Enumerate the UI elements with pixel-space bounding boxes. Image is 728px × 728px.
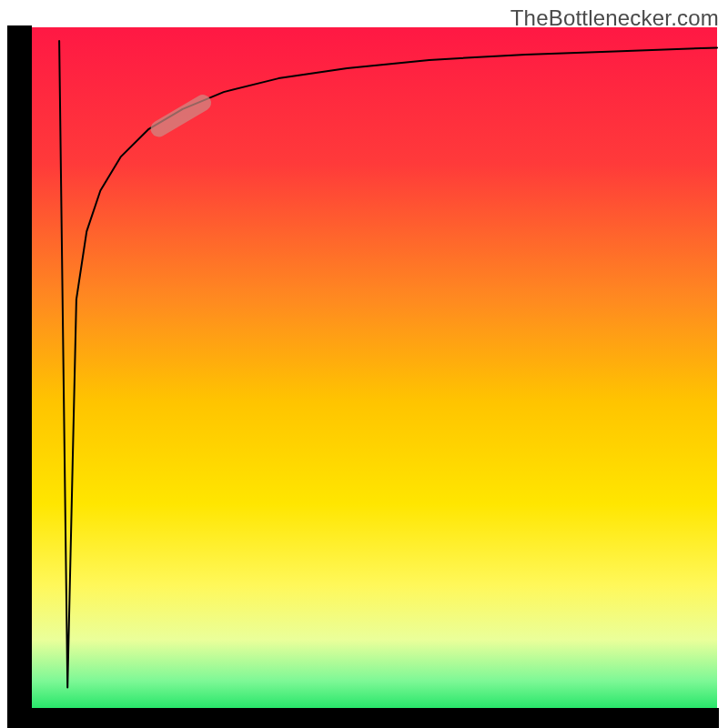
chart-svg	[0, 0, 728, 728]
watermark-text: TheBottlenecker.com	[511, 5, 719, 31]
x-axis	[7, 708, 719, 728]
plot-background	[32, 27, 717, 708]
chart-container: TheBottlenecker.com	[0, 0, 728, 728]
y-axis	[7, 25, 32, 710]
